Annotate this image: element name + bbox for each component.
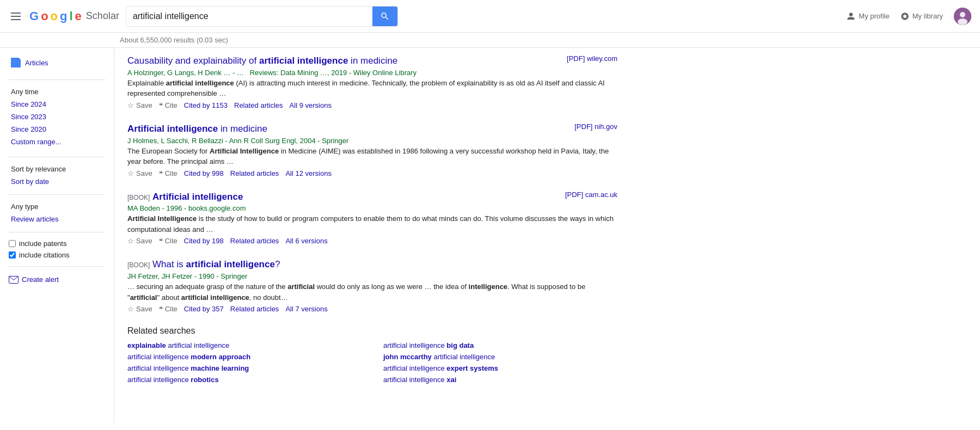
- pdf-badge-3[interactable]: [PDF] cam.ac.uk: [565, 191, 617, 199]
- result-item: [PDF] nih.gov Artificial intelligence in…: [127, 122, 617, 177]
- search-button[interactable]: [372, 7, 397, 26]
- related-item-8[interactable]: artificial intelligence xai: [383, 376, 617, 384]
- cited-by-3[interactable]: Cited by 198: [184, 237, 224, 245]
- related-articles-2[interactable]: Related articles: [230, 169, 279, 177]
- all-versions-4[interactable]: All 7 versions: [285, 305, 327, 313]
- sidebar-divider-3: [9, 194, 105, 195]
- results-count: About 6,550,000 results (0.03 sec): [0, 33, 980, 48]
- related-item-3[interactable]: artificial intelligence modern approach: [127, 353, 362, 361]
- star-icon-1: ☆: [127, 101, 134, 109]
- pdf-badge-1[interactable]: [PDF] wiley.com: [567, 54, 617, 63]
- result-snippet-4: … securing an adequate grasp of the natu…: [127, 281, 617, 303]
- header: Google Scholar My profile My library: [0, 0, 980, 33]
- my-library-link[interactable]: My library: [901, 12, 943, 21]
- filter-review-articles[interactable]: Review articles: [9, 213, 105, 225]
- cite-action-2[interactable]: ❝ Cite: [159, 169, 177, 177]
- save-action-3[interactable]: ☆ Save: [127, 237, 152, 245]
- sidebar: Articles Any time Since 2024 Since 2023 …: [0, 48, 114, 423]
- result-item: [PDF] wiley.com Causability and explaina…: [127, 54, 617, 109]
- related-item-7[interactable]: artificial intelligence robotics: [127, 376, 362, 384]
- sidebar-divider-2: [9, 157, 105, 157]
- star-icon-3: ☆: [127, 237, 134, 245]
- result-snippet-3: Artificial Intelligence is the study of …: [127, 213, 617, 235]
- sidebar-nav-section: Articles: [9, 54, 105, 71]
- cited-by-1[interactable]: Cited by 1153: [184, 101, 228, 109]
- result-meta-1: A Holzinger, G Langs, H Denk … - … Revie…: [127, 69, 617, 77]
- related-item-4[interactable]: john mccarthy artificial intelligence: [383, 353, 617, 361]
- type-section: Any type Review articles: [9, 200, 105, 225]
- result-title-4[interactable]: [BOOK] What is artificial intelligence?: [127, 258, 617, 271]
- related-searches-title: Related searches: [127, 326, 617, 336]
- filter-any-time[interactable]: Any time: [9, 85, 105, 98]
- result-actions-4: ☆ Save ❝ Cite Cited by 357 Related artic…: [127, 305, 617, 313]
- filter-custom-range[interactable]: Custom range...: [9, 136, 105, 148]
- result-title-link-4[interactable]: [BOOK] What is artificial intelligence?: [127, 259, 280, 269]
- library-icon: [901, 12, 909, 21]
- result-title-3[interactable]: [BOOK] Artificial intelligence: [127, 191, 617, 204]
- result-title-1[interactable]: Causability and explainability of artifi…: [127, 54, 617, 67]
- sidebar-divider-1: [9, 79, 105, 80]
- related-articles-1[interactable]: Related articles: [234, 101, 283, 109]
- related-item-1[interactable]: explainable artificial intelligence: [127, 341, 362, 349]
- save-action-2[interactable]: ☆ Save: [127, 169, 152, 177]
- all-versions-3[interactable]: All 6 versions: [285, 237, 327, 245]
- filter-since-2020[interactable]: Since 2020: [9, 123, 105, 136]
- result-meta-2: J Holmes, L Sacchi, R Bellazzi - Ann R C…: [127, 137, 617, 145]
- sidebar-divider-4: [9, 232, 105, 232]
- save-action-4[interactable]: ☆ Save: [127, 305, 152, 313]
- result-meta-4: JH Fetzer, JH Fetzer - 1990 - Springer: [127, 272, 617, 280]
- articles-icon: [11, 58, 21, 67]
- mail-icon: [9, 276, 19, 284]
- sort-by-date[interactable]: Sort by date: [9, 175, 105, 188]
- result-item: [PDF] cam.ac.uk [BOOK] Artificial intell…: [127, 191, 617, 245]
- result-title-link-2[interactable]: Artificial intelligence in medicine: [127, 124, 267, 134]
- search-input[interactable]: [126, 7, 372, 26]
- pdf-badge-2[interactable]: [PDF] nih.gov: [574, 122, 617, 131]
- filter-since-2024[interactable]: Since 2024: [9, 98, 105, 110]
- related-articles-3[interactable]: Related articles: [230, 237, 279, 245]
- result-actions-1: ☆ Save ❝ Cite Cited by 1153 Related arti…: [127, 101, 617, 109]
- cite-action-3[interactable]: ❝ Cite: [159, 237, 177, 245]
- cite-action-1[interactable]: ❝ Cite: [159, 101, 177, 109]
- related-item-5[interactable]: artificial intelligence machine learning: [127, 364, 362, 372]
- filter-any-type[interactable]: Any type: [9, 200, 105, 213]
- sidebar-item-articles[interactable]: Articles: [9, 54, 105, 71]
- related-articles-4[interactable]: Related articles: [230, 305, 279, 313]
- include-patents-input[interactable]: [9, 240, 16, 247]
- avatar-image: [954, 8, 971, 25]
- save-action-1[interactable]: ☆ Save: [127, 101, 152, 109]
- related-item-6[interactable]: artificial intelligence expert systems: [383, 364, 617, 372]
- my-profile-link[interactable]: My profile: [847, 12, 889, 21]
- result-title-2[interactable]: Artificial intelligence in medicine: [127, 122, 617, 136]
- create-alert[interactable]: Create alert: [9, 272, 105, 287]
- cite-action-4[interactable]: ❝ Cite: [159, 305, 177, 313]
- result-item: [BOOK] What is artificial intelligence? …: [127, 258, 617, 313]
- star-icon-2: ☆: [127, 169, 134, 177]
- cited-by-2[interactable]: Cited by 998: [184, 169, 224, 177]
- cited-by-4[interactable]: Cited by 357: [184, 305, 224, 313]
- menu-icon[interactable]: [9, 10, 23, 22]
- result-snippet-1: Explainable artificial intelligence (AI)…: [127, 78, 617, 99]
- content-area: [PDF] wiley.com Causability and explaina…: [114, 48, 980, 423]
- checkboxes-section: include patents include citations: [9, 238, 105, 261]
- result-title-link-1[interactable]: Causability and explainability of artifi…: [127, 56, 397, 66]
- header-right: My profile My library: [847, 8, 971, 25]
- result-title-link-3[interactable]: [BOOK] Artificial intelligence: [127, 192, 243, 202]
- all-versions-2[interactable]: All 12 versions: [285, 169, 332, 177]
- filter-since-2023[interactable]: Since 2023: [9, 110, 105, 123]
- all-versions-1[interactable]: All 9 versions: [290, 101, 332, 109]
- sort-by-relevance[interactable]: Sort by relevance: [9, 163, 105, 175]
- cite-icon-1: ❝: [159, 101, 163, 109]
- include-patents-checkbox[interactable]: include patents: [9, 238, 105, 249]
- include-citations-input[interactable]: [9, 251, 16, 259]
- svg-point-2: [958, 19, 967, 25]
- svg-point-1: [960, 12, 965, 17]
- cite-icon-4: ❝: [159, 305, 163, 313]
- sidebar-divider-5: [9, 266, 105, 267]
- logo[interactable]: Google Scholar: [29, 9, 119, 23]
- cite-icon-3: ❝: [159, 237, 163, 245]
- avatar[interactable]: [954, 8, 971, 25]
- related-item-2[interactable]: artificial intelligence big data: [383, 341, 617, 349]
- star-icon-4: ☆: [127, 305, 134, 313]
- include-citations-checkbox[interactable]: include citations: [9, 249, 105, 261]
